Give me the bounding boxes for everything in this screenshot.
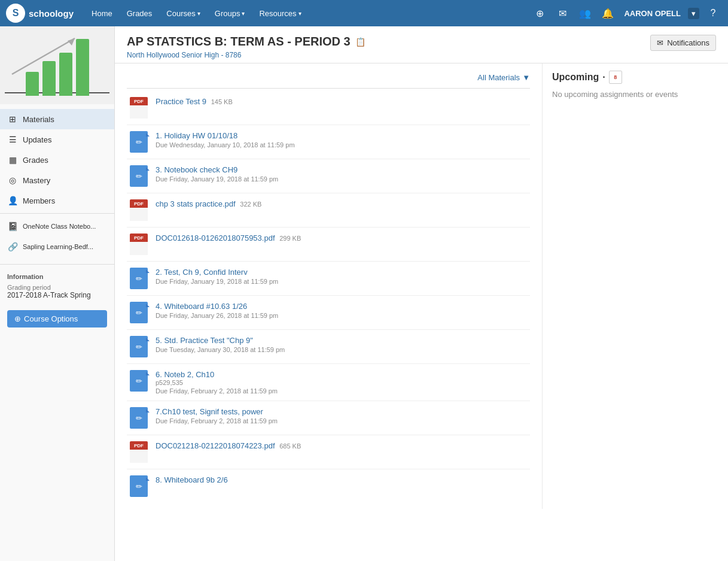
sidebar-item-onenote[interactable]: 📓 OneNote Class Notebo...	[0, 216, 114, 236]
pdf-icon: PDF	[130, 199, 148, 221]
material-icon-wrapper: ✏	[129, 165, 148, 187]
sidebar: ⊞ Materials ☰ Updates ▦ Grades ◎ Mastery…	[0, 26, 115, 561]
material-due: Due Friday, February 2, 2018 at 11:59 pm	[156, 417, 528, 424]
resources-chevron-icon: ▾	[298, 10, 301, 17]
material-name[interactable]: Practice Test 9 145 KB	[156, 97, 528, 106]
nav-groups[interactable]: Groups ▾	[209, 5, 251, 22]
plus-icon: ⊕	[14, 314, 21, 323]
upcoming-empty-message: No upcoming assignments or events	[552, 90, 718, 99]
list-item: ✏ 3. Notebook check CH9 Due Friday, Janu…	[127, 159, 530, 193]
nav-resources[interactable]: Resources ▾	[253, 5, 307, 22]
course-options-button[interactable]: ⊕ Course Options	[7, 310, 107, 327]
add-icon[interactable]: ⊕	[531, 4, 549, 22]
list-item: ✏ 5. Std. Practice Test "Chp 9" Due Tues…	[127, 330, 530, 364]
pdf-icon: PDF	[130, 97, 148, 119]
material-details: 8. Whiteboard 9b 2/6	[156, 475, 528, 484]
material-name[interactable]: DOC012618-01262018075953.pdf 299 KB	[156, 234, 528, 242]
chart-bar-1	[26, 72, 39, 96]
material-details: 1. Holiday HW 01/10/18 Due Wednesday, Ja…	[156, 131, 528, 148]
user-dropdown-icon[interactable]: ▾	[688, 8, 699, 19]
material-icon-wrapper: PDF	[129, 441, 148, 463]
onenote-icon: 📓	[7, 221, 18, 232]
nav-right: ⊕ ✉ 👥 🔔 AARON OPELL ▾ ?	[531, 4, 722, 22]
nav-grades[interactable]: Grades	[121, 5, 159, 22]
material-name[interactable]: 6. Noteb 2, Ch10	[156, 370, 528, 379]
material-name[interactable]: DOC021218-02122018074223.pdf 685 KB	[156, 441, 528, 450]
bullet-separator: ·	[602, 72, 605, 83]
pdf-icon: PDF	[130, 234, 148, 255]
material-name[interactable]: chp 3 stats practice.pdf 322 KB	[156, 199, 528, 208]
material-details: chp 3 stats practice.pdf 322 KB	[156, 199, 528, 208]
material-size: 299 KB	[279, 235, 301, 242]
sidebar-item-grades[interactable]: ▦ Grades	[0, 150, 114, 170]
grading-period-label: Grading period	[7, 284, 107, 291]
material-icon-wrapper: ✏	[129, 131, 148, 153]
material-due: Due Friday, January 26, 2018 at 11:59 pm	[156, 312, 528, 319]
course-info: AP STATSTICS B: TERM AS - PERIOD 3 📋 Nor…	[127, 35, 365, 59]
content-body: All Materials ▼ PDF Practice Test 9 145 …	[115, 63, 728, 509]
material-name[interactable]: 7.Ch10 test, Signif tests, power	[156, 407, 528, 416]
material-name[interactable]: 5. Std. Practice Test "Chp 9"	[156, 336, 528, 345]
sidebar-divider-2	[0, 264, 114, 265]
list-item: PDF chp 3 stats practice.pdf 322 KB	[127, 193, 530, 228]
material-icon-wrapper: PDF	[129, 199, 148, 221]
material-due: Due Friday, January 19, 2018 at 11:59 pm	[156, 278, 528, 285]
nav-home[interactable]: Home	[86, 5, 118, 22]
logo-area[interactable]: S schoology	[6, 4, 74, 23]
sidebar-item-sapling[interactable]: 🔗 Sapling Learning-Bedf...	[0, 236, 114, 257]
material-name[interactable]: 3. Notebook check CH9	[156, 165, 528, 174]
material-name[interactable]: 4. Whiteboard #10.63 1/26	[156, 302, 528, 311]
material-icon-wrapper: ✏	[129, 336, 148, 357]
material-details: DOC012618-01262018075953.pdf 299 KB	[156, 234, 528, 242]
grading-period-value: 2017-2018 A-Track Spring	[7, 291, 107, 299]
material-icon-wrapper: ✏	[129, 407, 148, 429]
materials-icon: ⊞	[7, 114, 18, 125]
list-item: PDF DOC012618-01262018075953.pdf 299 KB	[127, 228, 530, 262]
list-item: PDF Practice Test 9 145 KB	[127, 91, 530, 125]
help-icon[interactable]: ?	[704, 4, 722, 22]
course-title: AP STATSTICS B: TERM AS - PERIOD 3 📋	[127, 35, 365, 48]
bell-icon[interactable]: 🔔	[599, 4, 617, 22]
material-name[interactable]: 8. Whiteboard 9b 2/6	[156, 475, 528, 484]
materials-filter-bar: All Materials ▼	[127, 69, 530, 89]
sidebar-item-members[interactable]: 👤 Members	[0, 190, 114, 211]
sidebar-item-materials[interactable]: ⊞ Materials	[0, 109, 114, 129]
grades-icon: ▦	[7, 154, 18, 165]
filter-label: All Materials	[477, 73, 520, 82]
material-icon-wrapper: ✏	[129, 302, 148, 323]
materials-section: All Materials ▼ PDF Practice Test 9 145 …	[115, 63, 543, 509]
material-details: 3. Notebook check CH9 Due Friday, Januar…	[156, 165, 528, 183]
logo-text: schoology	[29, 8, 74, 19]
material-due: Due Friday, January 19, 2018 at 11:59 pm	[156, 175, 528, 183]
sidebar-label-mastery: Mastery	[23, 176, 50, 185]
notifications-label: Notifications	[667, 38, 709, 47]
groups-chevron-icon: ▾	[242, 10, 245, 17]
sidebar-chart	[0, 26, 114, 104]
chart-bar-2	[42, 61, 56, 96]
material-name[interactable]: 1. Holiday HW 01/10/18	[156, 131, 528, 140]
assignment-icon: ✏	[130, 475, 148, 497]
sidebar-item-mastery[interactable]: ◎ Mastery	[0, 170, 114, 190]
pdf-icon: PDF	[130, 441, 148, 463]
material-due: Due Tuesday, January 30, 2018 at 11:59 p…	[156, 346, 528, 353]
assignment-icon: ✏	[130, 336, 148, 357]
assignment-icon: ✏	[130, 302, 148, 323]
course-title-doc-icon: 📋	[355, 37, 365, 47]
sidebar-divider-1	[0, 213, 114, 214]
upcoming-header: Upcoming · 8	[552, 71, 718, 84]
course-header-row: AP STATSTICS B: TERM AS - PERIOD 3 📋 Nor…	[115, 26, 728, 63]
people-icon[interactable]: 👥	[576, 4, 594, 22]
mail-icon[interactable]: ✉	[553, 4, 571, 22]
material-icon-wrapper: PDF	[129, 234, 148, 255]
chart-bars	[26, 39, 89, 98]
nav-courses[interactable]: Courses ▾	[160, 5, 206, 22]
sidebar-item-updates[interactable]: ☰ Updates	[0, 129, 114, 150]
notifications-button[interactable]: ✉ Notifications	[650, 35, 716, 51]
list-item: ✏ 8. Whiteboard 9b 2/6	[127, 469, 530, 503]
material-icon-wrapper: ✏	[129, 475, 148, 497]
all-materials-dropdown[interactable]: All Materials ▼	[477, 73, 530, 82]
course-subtitle[interactable]: North Hollywood Senior High - 8786	[127, 51, 365, 59]
material-details: 2. Test, Ch 9, Confid Interv Due Friday,…	[156, 268, 528, 285]
calendar-icon[interactable]: 8	[609, 71, 622, 84]
material-name[interactable]: 2. Test, Ch 9, Confid Interv	[156, 268, 528, 277]
